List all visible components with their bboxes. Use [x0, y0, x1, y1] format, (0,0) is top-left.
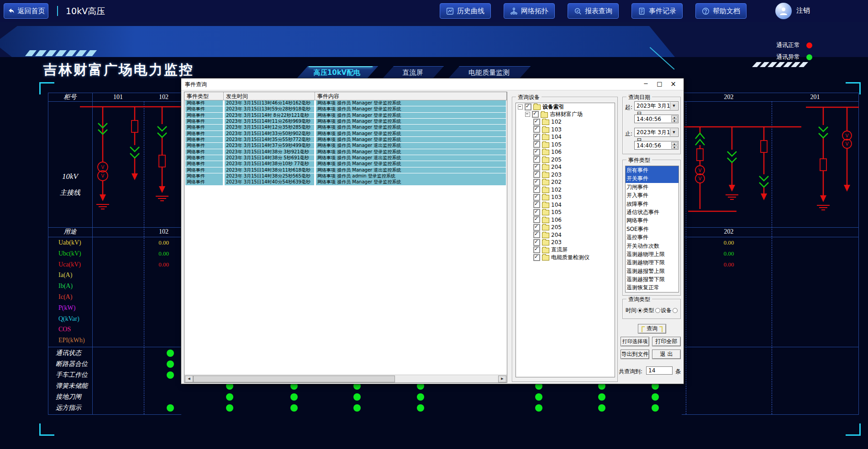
tree-checkbox[interactable]: [533, 209, 540, 216]
tree-node-device[interactable]: 205: [516, 224, 615, 231]
event-type-option[interactable]: 通信状态事件: [626, 208, 679, 216]
tree-checkbox[interactable]: [533, 201, 540, 208]
tree-node-device[interactable]: 203: [516, 171, 615, 179]
event-type-option[interactable]: 所有事件: [626, 166, 679, 174]
tree-node-device[interactable]: 104: [516, 133, 615, 141]
tree-node-device[interactable]: 直流屏: [516, 246, 615, 254]
tree-checkbox[interactable]: [533, 216, 540, 223]
from-date-select[interactable]: 2023年 3月14日 ▼: [634, 101, 679, 110]
event-row[interactable]: 网络事件2023年 3月15日14时38分25秒565毫秒网络事项 操作员 ad…: [184, 173, 507, 179]
maximize-button[interactable]: □: [653, 78, 666, 89]
event-type-option[interactable]: 开入事件: [626, 191, 679, 199]
radio-dot-icon[interactable]: [637, 308, 642, 313]
tree-node-device[interactable]: 106: [516, 148, 615, 156]
scroll-right-icon[interactable]: ▶: [498, 376, 506, 382]
event-row[interactable]: 网络事件2023年 3月15日14时38分11秒618毫秒网络事项 操作员 Ma…: [184, 167, 507, 173]
event-row[interactable]: 网络事件2023年 3月15日13时59分28秒918毫秒网络事项 操作员 Ma…: [184, 106, 507, 112]
event-type-option[interactable]: 故障事件: [626, 200, 679, 208]
query-button[interactable]: 查询: [638, 324, 666, 334]
collapse-icon[interactable]: [518, 104, 523, 110]
event-type-option[interactable]: 遥测越物理下限: [626, 258, 679, 266]
device-tree[interactable]: 设备索引 吉林财富广场 1021031041051062052042032021…: [516, 103, 615, 377]
result-count-field[interactable]: 14: [646, 366, 673, 375]
tree-checkbox[interactable]: [533, 179, 540, 186]
nav-button-report-search[interactable]: 报表查询: [568, 3, 619, 19]
user-avatar[interactable]: [775, 3, 792, 19]
to-date-select[interactable]: 2023年 3月15日 ▼: [634, 128, 679, 137]
spin-down-icon[interactable]: ▼: [671, 146, 678, 149]
tree-checkbox[interactable]: [533, 254, 540, 261]
tree-checkbox[interactable]: [533, 239, 540, 246]
tree-node-device[interactable]: 电能质量检测仪: [516, 254, 615, 261]
dialog-title-bar[interactable]: 事件查询 ─ □ ×: [181, 78, 684, 90]
event-type-option[interactable]: 网络事件: [626, 216, 679, 224]
tree-checkbox[interactable]: [533, 126, 540, 133]
tree-checkbox[interactable]: [533, 134, 540, 141]
tree-checkbox[interactable]: [533, 141, 540, 148]
event-row[interactable]: 网络事件2023年 3月15日14时37分59秒499毫秒网络事项 操作员 Ma…: [184, 143, 507, 149]
nav-button-help-doc[interactable]: 帮助文档: [695, 3, 747, 19]
event-row[interactable]: 网络事件2023年 3月15日14时 8分22秒121毫秒网络事项 操作员 Ma…: [184, 113, 507, 119]
event-type-option[interactable]: 开关动作次数: [626, 242, 679, 250]
radio-type[interactable]: 类型: [643, 307, 660, 314]
tree-checkbox[interactable]: [533, 156, 540, 163]
column-header-time[interactable]: 发生时间: [224, 92, 315, 100]
tree-checkbox[interactable]: [533, 171, 540, 178]
back-home-button[interactable]: 返回首页: [4, 3, 48, 19]
event-row[interactable]: 网络事件2023年 3月15日14时12分35秒285毫秒网络事项 操作员 Ma…: [184, 125, 507, 131]
tab-power-quality[interactable]: 电能质量监测: [447, 66, 531, 79]
h-scrollbar[interactable]: ◀ ▶: [184, 375, 507, 382]
tree-node-device[interactable]: 102: [516, 186, 615, 194]
event-row[interactable]: 网络事件2023年 3月15日14时33分50秒902毫秒网络事项 操作员 Ma…: [184, 131, 507, 137]
event-type-option[interactable]: 开关事件: [626, 174, 679, 183]
event-row[interactable]: 网络事件2023年 3月15日14时40分54秒639毫秒网络事项 操作员 Ma…: [184, 179, 507, 185]
tree-node-root[interactable]: 设备索引: [516, 103, 615, 111]
tab-hv-10kv-distribution[interactable]: 高压10kV配电: [296, 66, 378, 79]
radio-time[interactable]: 时间: [626, 307, 642, 314]
tree-checkbox[interactable]: [533, 186, 540, 193]
tree-checkbox[interactable]: [532, 111, 539, 118]
tab-dc-screen[interactable]: 直流屏: [382, 66, 444, 79]
event-row[interactable]: 网络事件2023年 3月15日14时11分26秒969毫秒网络事项 操作员 Ma…: [184, 119, 507, 125]
minimize-button[interactable]: ─: [640, 78, 652, 89]
event-row[interactable]: 网络事件2023年 3月15日13时46分14秒162毫秒网络事项 操作员 Ma…: [184, 100, 507, 106]
scroll-left-icon[interactable]: ◀: [185, 376, 193, 382]
event-type-option[interactable]: 遥测越报警上限: [626, 267, 679, 275]
scrollbar-thumb[interactable]: [193, 376, 395, 382]
chevron-down-icon[interactable]: ▼: [670, 129, 678, 136]
event-type-option[interactable]: 刀闸事件: [626, 183, 679, 191]
to-time-spinner[interactable]: 14:40:56 ▲ ▼: [634, 141, 679, 150]
collapse-icon[interactable]: [525, 112, 530, 117]
tree-checkbox[interactable]: [533, 149, 540, 156]
close-button[interactable]: ×: [667, 78, 679, 89]
tree-node-device[interactable]: 105: [516, 209, 615, 216]
tree-node-device[interactable]: 204: [516, 163, 615, 171]
radio-dot-icon[interactable]: [673, 308, 678, 313]
event-row[interactable]: 网络事件2023年 3月15日14时38分10秒 77毫秒网络事项 操作员 Ma…: [184, 161, 507, 167]
event-type-option[interactable]: 遥测越报警下限: [626, 275, 679, 283]
event-type-option[interactable]: 遥控事件: [626, 233, 679, 241]
tree-checkbox[interactable]: [533, 224, 540, 231]
tree-node-device[interactable]: 205: [516, 156, 615, 164]
tree-checkbox[interactable]: [533, 246, 540, 253]
tree-node-device[interactable]: 203: [516, 239, 615, 246]
column-header-content[interactable]: 事件内容: [315, 92, 507, 100]
tree-checkbox[interactable]: [525, 104, 531, 110]
event-type-option[interactable]: 遥测恢复正常: [626, 283, 679, 292]
tree-checkbox[interactable]: [533, 231, 540, 238]
spin-up-icon[interactable]: ▲: [671, 142, 678, 145]
tree-node-device[interactable]: 105: [516, 141, 615, 149]
radio-device[interactable]: 设备: [661, 307, 678, 314]
tree-node-device[interactable]: 204: [516, 231, 615, 239]
nav-button-event-log[interactable]: 事件记录: [631, 3, 683, 19]
event-row[interactable]: 网络事件2023年 3月15日14时38分 5秒691毫秒网络事项 操作员 Ma…: [184, 155, 507, 161]
tree-node-site[interactable]: 吉林财富广场: [516, 111, 615, 119]
radio-dot-icon[interactable]: [655, 308, 660, 313]
tree-node-device[interactable]: 202: [516, 178, 615, 186]
nav-button-history-curve[interactable]: 历史曲线: [440, 3, 491, 19]
spin-up-icon[interactable]: ▲: [671, 115, 678, 119]
chevron-down-icon[interactable]: ▼: [670, 102, 678, 110]
tree-checkbox[interactable]: [533, 119, 540, 125]
tree-node-device[interactable]: 103: [516, 126, 615, 134]
event-type-option[interactable]: SOE事件: [626, 225, 679, 233]
